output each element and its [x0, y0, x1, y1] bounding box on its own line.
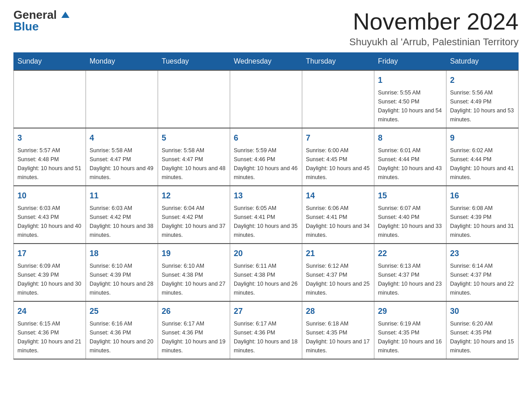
day-number: 13	[234, 190, 298, 202]
day-info: Sunrise: 6:13 AMSunset: 4:37 PMDaylight:…	[378, 261, 442, 297]
title-section: November 2024 Shuyukh al 'Arrub, Palesti…	[349, 9, 519, 48]
day-info: Sunrise: 6:06 AMSunset: 4:41 PMDaylight:…	[306, 204, 370, 240]
calendar-week-row: 24Sunrise: 6:15 AMSunset: 4:36 PMDayligh…	[14, 301, 519, 359]
day-number: 8	[378, 132, 442, 144]
calendar-cell: 21Sunrise: 6:12 AMSunset: 4:37 PMDayligh…	[302, 244, 374, 301]
day-number: 28	[306, 305, 370, 317]
calendar-cell: 5Sunrise: 5:58 AMSunset: 4:47 PMDaylight…	[158, 128, 230, 186]
day-info: Sunrise: 6:18 AMSunset: 4:35 PMDaylight:…	[306, 319, 370, 355]
day-number: 26	[162, 305, 226, 317]
logo-general-text: General	[13, 9, 69, 21]
day-number: 3	[17, 132, 82, 144]
calendar-week-row: 3Sunrise: 5:57 AMSunset: 4:48 PMDaylight…	[14, 128, 519, 186]
calendar-cell: 8Sunrise: 6:01 AMSunset: 4:44 PMDaylight…	[374, 128, 446, 186]
calendar-cell: 23Sunrise: 6:14 AMSunset: 4:37 PMDayligh…	[446, 244, 519, 301]
calendar-cell: 11Sunrise: 6:03 AMSunset: 4:42 PMDayligh…	[86, 186, 158, 244]
calendar-cell: 3Sunrise: 5:57 AMSunset: 4:48 PMDaylight…	[14, 128, 86, 186]
calendar-week-row: 17Sunrise: 6:09 AMSunset: 4:39 PMDayligh…	[14, 244, 519, 301]
calendar-cell: 7Sunrise: 6:00 AMSunset: 4:45 PMDaylight…	[302, 128, 374, 186]
calendar-cell: 10Sunrise: 6:03 AMSunset: 4:43 PMDayligh…	[14, 186, 86, 244]
day-info: Sunrise: 6:09 AMSunset: 4:39 PMDaylight:…	[17, 261, 82, 297]
logo-triangle-icon	[61, 12, 69, 18]
calendar-cell: 30Sunrise: 6:20 AMSunset: 4:35 PMDayligh…	[446, 301, 519, 359]
day-number: 22	[378, 248, 442, 260]
calendar-cell: 4Sunrise: 5:58 AMSunset: 4:47 PMDaylight…	[86, 128, 158, 186]
calendar-cell: 22Sunrise: 6:13 AMSunset: 4:37 PMDayligh…	[374, 244, 446, 301]
calendar-cell: 12Sunrise: 6:04 AMSunset: 4:42 PMDayligh…	[158, 186, 230, 244]
day-info: Sunrise: 6:03 AMSunset: 4:43 PMDaylight:…	[17, 204, 82, 240]
day-number: 2	[450, 74, 515, 86]
page-header: General Blue November 2024 Shuyukh al 'A…	[13, 9, 519, 48]
day-number: 25	[90, 305, 154, 317]
calendar-cell: 16Sunrise: 6:08 AMSunset: 4:39 PMDayligh…	[446, 186, 519, 244]
calendar-cell	[302, 70, 374, 128]
day-info: Sunrise: 6:05 AMSunset: 4:41 PMDaylight:…	[234, 204, 298, 240]
calendar-cell: 9Sunrise: 6:02 AMSunset: 4:44 PMDaylight…	[446, 128, 519, 186]
weekday-header-friday: Friday	[374, 53, 446, 71]
calendar-cell	[86, 70, 158, 128]
day-number: 1	[378, 74, 442, 86]
day-number: 4	[90, 132, 154, 144]
day-number: 16	[450, 190, 515, 202]
day-number: 6	[234, 132, 298, 144]
calendar-cell	[158, 70, 230, 128]
day-info: Sunrise: 6:03 AMSunset: 4:42 PMDaylight:…	[90, 204, 154, 240]
calendar-cell: 27Sunrise: 6:17 AMSunset: 4:36 PMDayligh…	[230, 301, 302, 359]
day-info: Sunrise: 6:04 AMSunset: 4:42 PMDaylight:…	[162, 204, 226, 240]
day-number: 17	[17, 248, 82, 260]
day-number: 20	[234, 248, 298, 260]
day-info: Sunrise: 6:12 AMSunset: 4:37 PMDaylight:…	[306, 261, 370, 297]
day-info: Sunrise: 6:15 AMSunset: 4:36 PMDaylight:…	[17, 319, 82, 355]
day-info: Sunrise: 5:55 AMSunset: 4:50 PMDaylight:…	[378, 88, 442, 124]
calendar-week-row: 10Sunrise: 6:03 AMSunset: 4:43 PMDayligh…	[14, 186, 519, 244]
day-number: 30	[450, 305, 515, 317]
weekday-header-sunday: Sunday	[14, 53, 86, 71]
day-info: Sunrise: 6:00 AMSunset: 4:45 PMDaylight:…	[306, 146, 370, 182]
calendar-cell: 6Sunrise: 5:59 AMSunset: 4:46 PMDaylight…	[230, 128, 302, 186]
calendar-cell: 15Sunrise: 6:07 AMSunset: 4:40 PMDayligh…	[374, 186, 446, 244]
day-number: 7	[306, 132, 370, 144]
day-info: Sunrise: 5:58 AMSunset: 4:47 PMDaylight:…	[90, 146, 154, 182]
weekday-header-row: SundayMondayTuesdayWednesdayThursdayFrid…	[14, 53, 519, 71]
day-info: Sunrise: 5:59 AMSunset: 4:46 PMDaylight:…	[234, 146, 298, 182]
day-number: 24	[17, 305, 82, 317]
day-number: 27	[234, 305, 298, 317]
day-number: 11	[90, 190, 154, 202]
calendar-week-row: 1Sunrise: 5:55 AMSunset: 4:50 PMDaylight…	[14, 70, 519, 128]
calendar-cell: 18Sunrise: 6:10 AMSunset: 4:39 PMDayligh…	[86, 244, 158, 301]
weekday-header-tuesday: Tuesday	[158, 53, 230, 71]
calendar-cell: 13Sunrise: 6:05 AMSunset: 4:41 PMDayligh…	[230, 186, 302, 244]
day-number: 5	[162, 132, 226, 144]
day-info: Sunrise: 6:08 AMSunset: 4:39 PMDaylight:…	[450, 204, 515, 240]
day-info: Sunrise: 5:58 AMSunset: 4:47 PMDaylight:…	[162, 146, 226, 182]
day-number: 23	[450, 248, 515, 260]
calendar-cell: 28Sunrise: 6:18 AMSunset: 4:35 PMDayligh…	[302, 301, 374, 359]
day-info: Sunrise: 6:17 AMSunset: 4:36 PMDaylight:…	[234, 319, 298, 355]
logo: General Blue	[13, 9, 69, 32]
calendar-cell: 20Sunrise: 6:11 AMSunset: 4:38 PMDayligh…	[230, 244, 302, 301]
calendar-cell: 2Sunrise: 5:56 AMSunset: 4:49 PMDaylight…	[446, 70, 519, 128]
weekday-header-wednesday: Wednesday	[230, 53, 302, 71]
day-info: Sunrise: 6:19 AMSunset: 4:35 PMDaylight:…	[378, 319, 442, 355]
calendar-cell: 26Sunrise: 6:17 AMSunset: 4:36 PMDayligh…	[158, 301, 230, 359]
day-info: Sunrise: 6:02 AMSunset: 4:44 PMDaylight:…	[450, 146, 515, 182]
day-info: Sunrise: 6:10 AMSunset: 4:38 PMDaylight:…	[162, 261, 226, 297]
day-info: Sunrise: 6:16 AMSunset: 4:36 PMDaylight:…	[90, 319, 154, 355]
day-number: 19	[162, 248, 226, 260]
day-number: 15	[378, 190, 442, 202]
day-info: Sunrise: 6:01 AMSunset: 4:44 PMDaylight:…	[378, 146, 442, 182]
calendar-table: SundayMondayTuesdayWednesdayThursdayFrid…	[13, 52, 519, 360]
day-number: 12	[162, 190, 226, 202]
calendar-cell: 19Sunrise: 6:10 AMSunset: 4:38 PMDayligh…	[158, 244, 230, 301]
day-number: 21	[306, 248, 370, 260]
day-info: Sunrise: 6:11 AMSunset: 4:38 PMDaylight:…	[234, 261, 298, 297]
day-number: 10	[17, 190, 82, 202]
calendar-cell: 17Sunrise: 6:09 AMSunset: 4:39 PMDayligh…	[14, 244, 86, 301]
calendar-cell: 29Sunrise: 6:19 AMSunset: 4:35 PMDayligh…	[374, 301, 446, 359]
day-info: Sunrise: 5:57 AMSunset: 4:48 PMDaylight:…	[17, 146, 82, 182]
month-year-title: November 2024	[349, 9, 519, 34]
calendar-cell	[14, 70, 86, 128]
day-info: Sunrise: 6:20 AMSunset: 4:35 PMDaylight:…	[450, 319, 515, 355]
day-info: Sunrise: 5:56 AMSunset: 4:49 PMDaylight:…	[450, 88, 515, 124]
day-info: Sunrise: 6:07 AMSunset: 4:40 PMDaylight:…	[378, 204, 442, 240]
